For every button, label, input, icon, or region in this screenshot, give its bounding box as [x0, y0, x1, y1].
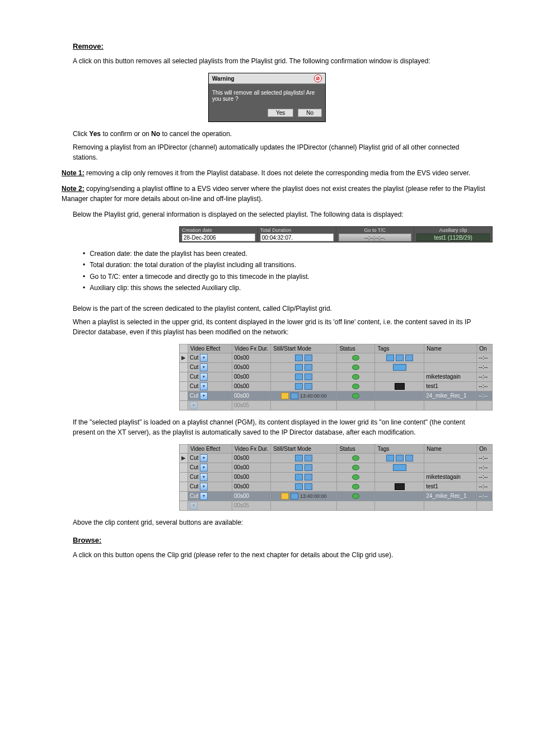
video-effect-cell[interactable]: Cut ▾: [188, 472, 232, 482]
video-effect-cell[interactable]: Cut ▾: [188, 353, 232, 362]
chevron-down-icon[interactable]: ▾: [190, 402, 198, 409]
table-row[interactable]: Cut ▾00s0013:40:00:0024_mike_Rec_1--:--: [180, 391, 493, 400]
row-selector[interactable]: ▶: [180, 353, 188, 362]
table-row[interactable]: Cut ▾00s00miketestagain--:--: [180, 472, 493, 482]
mode-cell[interactable]: [271, 362, 337, 372]
video-dur-cell[interactable]: 00s05: [232, 400, 270, 410]
table-row[interactable]: Cut ▾00s00--:--: [180, 362, 493, 372]
mode-cell[interactable]: [271, 372, 337, 381]
mode-icon: [291, 493, 298, 500]
video-effect-cell[interactable]: Cut ▾: [188, 381, 232, 391]
col-status[interactable]: Status: [337, 444, 375, 453]
mode-cell[interactable]: [271, 482, 337, 491]
video-dur-cell[interactable]: 00s00: [232, 472, 270, 482]
mode-cell[interactable]: [271, 501, 337, 510]
table-row[interactable]: ▾00s05: [180, 400, 493, 410]
mode-cell[interactable]: [271, 400, 337, 410]
mode-icon: [295, 374, 303, 380]
chevron-down-icon[interactable]: ▾: [200, 373, 208, 381]
video-dur-cell[interactable]: 00s00: [232, 391, 270, 400]
col-name[interactable]: Name: [424, 444, 477, 453]
video-dur-cell[interactable]: 00s00: [232, 463, 270, 472]
video-effect-cell[interactable]: Cut ▾: [188, 391, 232, 400]
row-selector[interactable]: [180, 472, 188, 482]
goto-tc-value[interactable]: --;--;--;--.: [339, 234, 412, 241]
col-mode[interactable]: Still/Start Mode: [271, 444, 337, 453]
status-cell: [337, 400, 375, 410]
on-cell: --:--: [477, 391, 493, 400]
mode-cell[interactable]: 13:40:00:00: [271, 491, 337, 501]
col-video-effect[interactable]: Video Effect: [188, 344, 232, 353]
chevron-down-icon[interactable]: ▾: [200, 354, 208, 362]
status-cell: [337, 463, 375, 472]
video-effect-cell[interactable]: Cut ▾: [188, 362, 232, 372]
video-effect-cell[interactable]: ▾: [188, 400, 232, 410]
chevron-down-icon[interactable]: ▾: [200, 363, 208, 371]
col-on[interactable]: On: [477, 344, 493, 353]
row-selector[interactable]: [180, 372, 188, 381]
chevron-down-icon[interactable]: ▾: [190, 502, 198, 510]
row-selector[interactable]: [180, 491, 188, 501]
row-selector[interactable]: [180, 362, 188, 372]
mode-cell[interactable]: 13:40:00:00: [271, 391, 337, 400]
video-dur-cell[interactable]: 00s00: [232, 381, 270, 391]
col-video-effect[interactable]: Video Effect: [188, 444, 232, 453]
col-name[interactable]: Name: [424, 344, 477, 353]
close-icon[interactable]: ⊘: [314, 74, 322, 82]
table-row[interactable]: ▾00s05: [180, 501, 493, 510]
row-selector[interactable]: [180, 391, 188, 400]
video-dur-cell[interactable]: 00s00: [232, 362, 270, 372]
mode-cell[interactable]: [271, 453, 337, 463]
chevron-down-icon[interactable]: ▾: [200, 492, 208, 500]
row-selector[interactable]: [180, 501, 188, 510]
col-tags[interactable]: Tags: [375, 344, 424, 353]
total-duration-value: 00:04:32:07.: [260, 234, 334, 241]
chevron-down-icon[interactable]: ▾: [200, 392, 208, 400]
row-selector[interactable]: [180, 400, 188, 410]
chevron-down-icon[interactable]: ▾: [200, 382, 208, 390]
col-mode[interactable]: Still/Start Mode: [271, 344, 337, 353]
row-selector[interactable]: ▶: [180, 453, 188, 463]
table-row[interactable]: ▶Cut ▾00s00--:--: [180, 353, 493, 362]
col-on[interactable]: On: [477, 444, 493, 453]
mode-cell[interactable]: [271, 472, 337, 482]
table-row[interactable]: Cut ▾00s0013:40:00:0024_mike_Rec_1--:--: [180, 491, 493, 501]
video-dur-cell[interactable]: 00s00: [232, 491, 270, 501]
row-selector[interactable]: [180, 381, 188, 391]
video-effect-cell[interactable]: Cut ▾: [188, 463, 232, 472]
col-video-dur[interactable]: Video Fx Dur.: [232, 344, 270, 353]
col-status[interactable]: Status: [337, 344, 375, 353]
mode-icon: [305, 374, 312, 380]
chevron-down-icon[interactable]: ▾: [200, 454, 208, 462]
video-effect-cell[interactable]: Cut ▾: [188, 372, 232, 381]
status-ok-icon: [352, 455, 359, 461]
video-dur-cell[interactable]: 00s00: [232, 372, 270, 381]
table-row[interactable]: Cut ▾00s00test1--:--: [180, 381, 493, 391]
video-dur-cell[interactable]: 00s05: [232, 501, 270, 510]
col-video-dur[interactable]: Video Fx Dur.: [232, 444, 270, 453]
video-effect-cell[interactable]: Cut ▾: [188, 491, 232, 501]
chevron-down-icon[interactable]: ▾: [200, 473, 208, 481]
video-dur-cell[interactable]: 00s00: [232, 482, 270, 491]
row-selector[interactable]: [180, 463, 188, 472]
mode-cell[interactable]: [271, 381, 337, 391]
chevron-down-icon[interactable]: ▾: [200, 483, 208, 491]
video-dur-cell[interactable]: 00s00: [232, 453, 270, 463]
video-effect-cell[interactable]: Cut ▾: [188, 453, 232, 463]
table-row[interactable]: Cut ▾00s00test1--:--: [180, 482, 493, 491]
total-duration-label: Total Duration: [260, 227, 334, 234]
video-effect-cell[interactable]: Cut ▾: [188, 482, 232, 491]
chevron-down-icon[interactable]: ▾: [200, 464, 208, 472]
yes-button[interactable]: Yes: [268, 109, 293, 117]
table-row[interactable]: Cut ▾00s00miketestagain--:--: [180, 372, 493, 381]
mode-cell[interactable]: [271, 463, 337, 472]
video-effect-cell[interactable]: ▾: [188, 501, 232, 510]
no-button[interactable]: No: [298, 109, 322, 117]
table-row[interactable]: Cut ▾00s00--:--: [180, 463, 493, 472]
col-tags[interactable]: Tags: [375, 444, 424, 453]
mode-cell[interactable]: [271, 353, 337, 362]
on-cell: --:--: [477, 463, 493, 472]
video-dur-cell[interactable]: 00s00: [232, 353, 270, 362]
row-selector[interactable]: [180, 482, 188, 491]
table-row[interactable]: ▶Cut ▾00s00--:--: [180, 453, 493, 463]
